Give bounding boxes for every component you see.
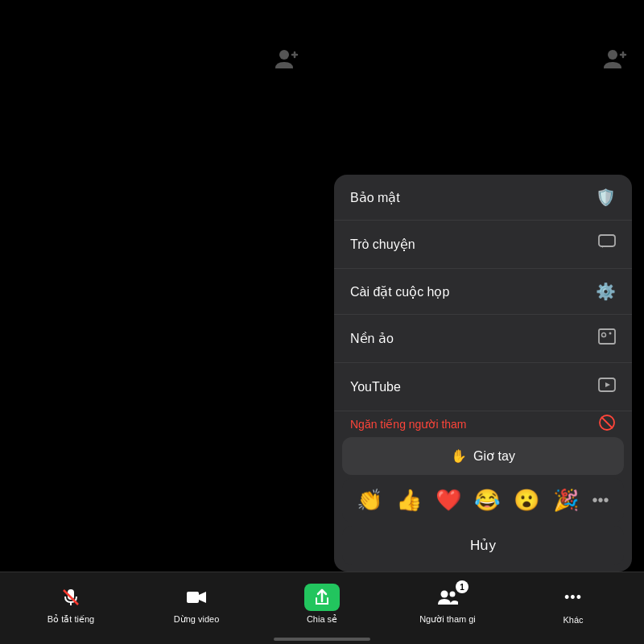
svg-marker-18 (199, 592, 206, 603)
emoji-laugh[interactable]: 😂 (474, 488, 500, 513)
raise-hand-emoji: ✋ (451, 448, 467, 464)
popup-menu: Bảo mật 🛡️ Trò chuyện Cài đặt cuộc họp ⚙… (334, 175, 632, 572)
shield-icon: 🛡️ (596, 188, 616, 207)
emoji-thumbsup[interactable]: 👍 (396, 488, 422, 513)
more-button[interactable]: ••• Khác (510, 584, 636, 625)
share-icon-wrap (304, 584, 340, 611)
svg-rect-17 (187, 592, 199, 603)
participants-icon-wrap: 1 (430, 584, 465, 611)
participants-button[interactable]: 1 Người tham gi (385, 584, 510, 625)
add-participant-right[interactable] (602, 47, 628, 72)
emoji-surprised[interactable]: 😮 (514, 488, 539, 513)
menu-item-chat[interactable]: Trò chuyện (334, 221, 632, 269)
raise-hand-label: Giơ tay (473, 448, 515, 464)
participants-badge: 1 (456, 580, 469, 593)
emoji-heart[interactable]: ❤️ (436, 488, 461, 513)
menu-items: Bảo mật 🛡️ Trò chuyện Cài đặt cuộc họp ⚙… (334, 175, 632, 437)
home-bar (274, 638, 370, 641)
menu-item-security-label: Bảo mật (350, 190, 400, 205)
emoji-row: 👏 👍 ❤️ 😂 😮 🎉 ••• (342, 478, 624, 522)
video-icon-wrap (179, 584, 214, 611)
toolbar: Bỏ tắt tiếng Dừng video Chia sẻ (0, 572, 644, 644)
menu-item-virtual-bg[interactable]: Nền ảo (334, 315, 632, 363)
chat-icon (598, 233, 616, 255)
emoji-party[interactable]: 🎉 (553, 488, 579, 513)
raise-hand-button[interactable]: ✋ Giơ tay (342, 437, 624, 475)
svg-rect-7 (599, 329, 615, 344)
svg-line-13 (601, 417, 613, 428)
menu-item-chat-label: Trò chuyện (350, 237, 415, 252)
menu-item-mute-all[interactable]: Ngăn tiếng người tham (334, 411, 632, 437)
video-button[interactable]: Dừng video (134, 584, 259, 625)
mute-icon-wrap (53, 584, 89, 611)
youtube-icon (598, 376, 616, 398)
menu-item-settings[interactable]: Cài đặt cuộc họp ⚙️ (334, 269, 632, 315)
svg-point-0 (279, 50, 289, 60)
menu-item-settings-label: Cài đặt cuộc họp (350, 284, 449, 299)
emoji-more-button[interactable]: ••• (592, 491, 609, 510)
svg-rect-6 (599, 235, 615, 246)
menu-item-youtube[interactable]: YouTube (334, 363, 632, 411)
video-label: Dừng video (174, 614, 220, 625)
emoji-clap[interactable]: 👏 (357, 488, 382, 513)
svg-point-9 (609, 332, 612, 335)
settings-icon: ⚙️ (596, 282, 616, 301)
cancel-button[interactable]: Hủy (342, 526, 624, 565)
more-icon-wrap: ••• (555, 584, 591, 612)
svg-marker-11 (605, 382, 610, 387)
menu-item-youtube-label: YouTube (350, 380, 401, 394)
more-label: Khác (563, 615, 583, 625)
mute-label: Bỏ tắt tiếng (47, 614, 94, 625)
menu-item-security[interactable]: Bảo mật 🛡️ (334, 175, 632, 221)
mute-button[interactable]: Bỏ tắt tiếng (8, 584, 134, 625)
participants-label: Người tham gi (419, 614, 476, 625)
svg-point-8 (602, 333, 606, 337)
share-button[interactable]: Chia sẻ (259, 584, 385, 625)
menu-item-virtual-bg-label: Nền ảo (350, 331, 394, 346)
share-label: Chia sẻ (307, 614, 337, 625)
svg-point-3 (608, 50, 617, 60)
add-participant-left[interactable] (274, 47, 299, 72)
mute-all-icon (598, 414, 616, 436)
virtual-bg-icon (598, 328, 616, 349)
svg-point-20 (441, 591, 448, 598)
menu-item-mute-all-label: Ngăn tiếng người tham (350, 418, 467, 431)
svg-point-21 (450, 592, 456, 597)
